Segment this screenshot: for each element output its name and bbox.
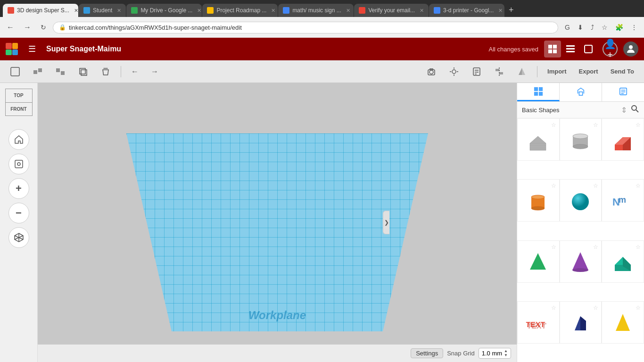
google-account-button[interactable]: G [562, 22, 573, 33]
tab-close[interactable]: ✕ [74, 8, 78, 14]
snap-value-text: 1.0 mm [482, 350, 502, 357]
snap-up-arrow[interactable]: ▲ [504, 349, 508, 353]
bookmark-button[interactable]: ☆ [599, 22, 611, 33]
download-button[interactable]: ⬇ [575, 22, 586, 33]
camera-button[interactable] [422, 64, 441, 79]
grid-view-tab[interactable] [517, 83, 560, 101]
tab-close[interactable]: ✕ [346, 8, 350, 14]
undo-button[interactable]: ← [127, 65, 143, 78]
search-shapes-button[interactable] [631, 105, 639, 115]
snap-value-control[interactable]: 1.0 mm ▲ ▼ [479, 348, 511, 359]
favorite-icon[interactable]: ☆ [593, 304, 598, 311]
favorite-icon[interactable]: ☆ [636, 182, 641, 189]
3d-print-tab[interactable] [560, 83, 602, 101]
shape-box-gray[interactable]: ☆ [517, 118, 560, 161]
tab-close[interactable]: ✕ [498, 8, 503, 14]
grid-view-button[interactable] [544, 41, 561, 58]
favorite-icon[interactable]: ☆ [636, 244, 641, 250]
extensions-button[interactable]: 🧩 [612, 22, 626, 33]
tab-label: Student [93, 7, 112, 14]
favorite-icon[interactable]: ☆ [593, 122, 598, 128]
import-button[interactable]: Import [543, 66, 570, 77]
dropdown-arrow-icon[interactable]: ⇕ [621, 106, 627, 115]
tab-close[interactable]: ✕ [197, 8, 201, 14]
delete-button[interactable] [96, 64, 115, 79]
settings-button[interactable]: Settings [411, 348, 443, 358]
fit-view-button[interactable] [8, 154, 29, 174]
viewport[interactable]: ❯ Workplane Settings Snap Grid 1.0 mm ▲ … [38, 83, 517, 362]
right-panel-actions [517, 83, 644, 102]
favorite-icon[interactable]: ☆ [551, 182, 556, 189]
app-header: ☰ Super Snaget-Maimu All changes saved 👤… [0, 38, 644, 60]
favorite-icon[interactable]: ☆ [636, 122, 641, 128]
left-panel: TOP FRONT + − [0, 83, 38, 362]
shape-pyramid-green[interactable]: ☆ [517, 240, 560, 283]
menu-button[interactable]: ⋮ [628, 22, 640, 33]
favorite-icon[interactable]: ☆ [551, 304, 556, 311]
shape-cylinder-orange[interactable]: ☆ [517, 179, 560, 222]
zoom-out-button[interactable]: − [8, 203, 29, 223]
back-button[interactable]: ← [4, 21, 17, 33]
mirror-button[interactable] [512, 64, 531, 79]
collapse-panel-button[interactable]: ❯ [383, 211, 389, 234]
tab-student[interactable]: Student ✕ [79, 4, 126, 17]
user-avatar[interactable] [623, 41, 638, 57]
refresh-button[interactable]: ↻ [38, 22, 49, 33]
svg-rect-41 [538, 92, 542, 96]
shape-cone-purple[interactable]: ☆ [560, 240, 602, 283]
favorite-icon[interactable]: ☆ [551, 122, 556, 128]
tab-google-drive[interactable]: My Drive - Google ... ✕ [126, 4, 202, 17]
favorite-icon[interactable]: ☆ [636, 304, 641, 311]
shape-preview [566, 186, 594, 214]
tab-close[interactable]: ✕ [117, 8, 121, 14]
shape-cylinder-gray[interactable]: ☆ [560, 118, 602, 161]
tab-math-music[interactable]: math/ music sign ... ✕ [278, 4, 354, 17]
view-cube[interactable]: TOP FRONT [2, 89, 35, 122]
shape-text-red[interactable]: ☆ TEXT TEXT [517, 301, 560, 344]
snap-down-arrow[interactable]: ▼ [504, 354, 508, 357]
group-button[interactable] [28, 64, 47, 79]
favorite-icon[interactable]: ☆ [551, 244, 556, 250]
shape-text-3d[interactable]: ☆ N m [602, 179, 644, 222]
3d-view-button[interactable] [580, 41, 597, 58]
tab-verify-email[interactable]: Verify your email... ✕ [354, 4, 429, 17]
shape-roof-teal[interactable]: ☆ [602, 240, 644, 283]
shape-prism-navy[interactable]: ☆ [560, 301, 602, 344]
redo-button[interactable]: → [147, 65, 163, 78]
svg-rect-1 [553, 45, 557, 49]
ungroup-button[interactable] [51, 64, 70, 79]
url-text: tinkercad.com/things/aGXmRWX5d1h-super-s… [69, 24, 552, 31]
tab-3d-design[interactable]: 3D design Super S... ✕ [3, 4, 78, 17]
tab-close[interactable]: ✕ [420, 8, 424, 14]
forward-button[interactable]: → [21, 21, 34, 33]
shape-sphere-teal[interactable]: ☆ [560, 179, 602, 222]
tab-close[interactable]: ✕ [271, 8, 275, 14]
zoom-in-button[interactable]: + [8, 178, 29, 199]
new-workplane-button[interactable] [6, 64, 25, 79]
right-panel: Basic Shapes ⇕ ☆ [517, 83, 644, 362]
align-button[interactable] [490, 64, 509, 79]
new-tab-button[interactable]: + [505, 3, 518, 17]
home-view-button[interactable] [8, 129, 29, 150]
send-to-button[interactable]: Send To [606, 66, 638, 77]
shape-pyramid-yellow[interactable]: ☆ [602, 301, 644, 344]
perspective-button[interactable] [8, 227, 29, 248]
list-view-button[interactable] [562, 41, 579, 58]
notes-button[interactable] [467, 64, 486, 79]
favorite-icon[interactable]: ☆ [593, 244, 598, 250]
menu-icon-button[interactable]: ☰ [24, 41, 41, 58]
notes-tab[interactable] [602, 83, 644, 101]
svg-point-59 [573, 134, 588, 139]
share-button[interactable]: ⤴ [588, 22, 597, 33]
tab-favicon [283, 7, 289, 14]
add-user-button[interactable]: 👤+ [603, 41, 618, 57]
favorite-icon[interactable]: ☆ [593, 182, 598, 189]
tab-3d-printer[interactable]: 3-d printer - Googl... ✕ [429, 4, 504, 17]
duplicate-button[interactable] [74, 64, 92, 79]
svg-point-16 [429, 70, 433, 74]
url-box[interactable]: 🔒 tinkercad.com/things/aGXmRWX5d1h-super… [53, 22, 558, 33]
export-button[interactable]: Export [575, 66, 603, 77]
tab-project-roadmap[interactable]: Project Roadmap ... ✕ [202, 4, 278, 17]
light-button[interactable] [445, 64, 463, 79]
shape-box-red[interactable]: ☆ [602, 118, 644, 161]
